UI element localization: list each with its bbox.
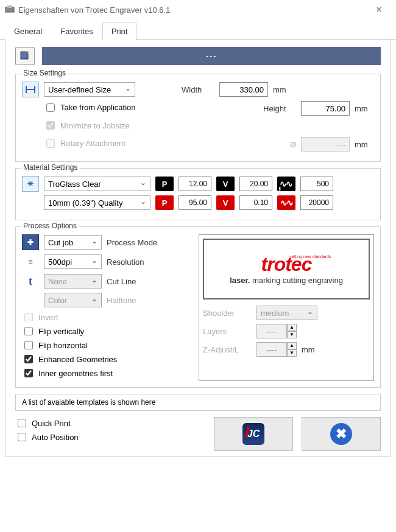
diameter-input — [301, 137, 350, 152]
svg-rect-0 — [5, 7, 14, 12]
zadjust-unit: mm — [302, 345, 321, 354]
size-mode-dropdown[interactable]: User-defined Size — [44, 82, 135, 97]
shoulder-label: Shoulder — [203, 309, 252, 318]
quick-print-checkbox[interactable]: Quick Print — [15, 417, 205, 429]
shoulder-dropdown: medium — [256, 306, 317, 320]
print-panel: --- Size Settings User-defined Size Widt… — [5, 40, 391, 457]
layers-down: ▼ — [287, 331, 297, 338]
width-unit: mm — [273, 85, 292, 94]
take-from-app-checkbox[interactable]: Take from Application — [44, 102, 136, 114]
diameter-symbol: Ø — [290, 140, 296, 149]
material-settings-group: Material Settings ✳ TroGlass Clear P 12.… — [15, 168, 381, 220]
material-dropdown[interactable]: TroGlass Clear — [44, 177, 150, 191]
hz2-value: 20000 — [300, 195, 333, 210]
inner-geometries-checkbox[interactable]: Inner geometries first — [22, 367, 193, 379]
flip-horizontal-checkbox[interactable]: Flip horizontal — [22, 339, 193, 351]
height-unit: mm — [355, 104, 374, 113]
power1-value: 12.00 — [179, 177, 211, 191]
diameter-unit: mm — [355, 140, 374, 149]
logo-tagline: laser. marking cutting engraving — [230, 276, 343, 285]
process-options-group: Process Options ✚ Cut job Process Mode ≡… — [15, 226, 381, 388]
app-icon — [5, 5, 15, 15]
tab-general[interactable]: General — [5, 23, 51, 40]
templates-note: A list of avaiable templates is shown he… — [15, 394, 381, 411]
halftone-dropdown: Color — [44, 293, 102, 307]
send-job-button[interactable]: JC — [214, 417, 293, 451]
logo-badge: setting new standards — [289, 254, 331, 259]
titlebar: Eigenschaften von Trotec Engraver v10.6.… — [0, 0, 396, 19]
material-preview: trotec setting new standards laser. mark… — [203, 239, 370, 299]
preview-panel: trotec setting new standards laser. mark… — [199, 234, 374, 381]
minimize-jobsize-checkbox: Minimize to Jobsize — [44, 119, 129, 131]
jobcontrol-icon: JC — [242, 423, 264, 445]
save-preset-button[interactable] — [15, 47, 35, 65]
size-icon — [22, 82, 39, 97]
width-label: Width — [182, 85, 214, 94]
size-settings-group: Size Settings User-defined Size Width mm… — [15, 74, 381, 162]
resolution-dropdown[interactable]: 500dpi — [44, 254, 102, 269]
preset-bar[interactable]: --- — [42, 47, 381, 65]
height-input[interactable] — [301, 101, 350, 116]
layers-spinner: ▲▼ — [256, 324, 297, 338]
auto-position-checkbox[interactable]: Auto Position — [15, 431, 205, 443]
cutline-dropdown: None — [44, 274, 102, 289]
tab-print[interactable]: Print — [102, 23, 137, 40]
process-options-title: Process Options — [21, 222, 79, 230]
zadjust-label: Z-Adjust/L — [203, 345, 252, 354]
window-title: Eigenschaften von Trotec Engraver v10.6.… — [18, 5, 367, 15]
process-mode-dropdown[interactable]: Cut job — [44, 235, 102, 250]
layers-label: Layers — [203, 327, 252, 336]
zadjust-spinner: ▲▼ — [256, 342, 297, 357]
power2-value: 95.00 — [179, 195, 211, 210]
hz-badge-red: ∿∿ — [277, 195, 295, 210]
velocity1-value: 20.00 — [239, 177, 272, 191]
cancel-button[interactable]: ✖ — [302, 417, 381, 451]
power-badge-red: P — [155, 195, 174, 210]
size-settings-title: Size Settings — [21, 69, 68, 77]
svg-rect-2 — [21, 52, 28, 59]
material-settings-title: Material Settings — [21, 163, 80, 172]
velocity2-value: 0.10 — [239, 195, 272, 210]
velocity-badge-red: V — [216, 195, 235, 210]
power-badge-black: P — [155, 177, 174, 191]
velocity-badge-black: V — [216, 177, 235, 191]
hz-badge-black: ฺฺฺ∿∿ — [277, 177, 295, 191]
cutline-label: Cut Line — [107, 277, 136, 286]
invert-checkbox: Invert — [22, 311, 193, 323]
height-label: Height — [263, 104, 296, 113]
close-button[interactable]: × — [367, 4, 391, 15]
tab-bar: General Favorites Print — [0, 19, 396, 40]
layers-up: ▲ — [287, 324, 297, 331]
cancel-icon: ✖ — [330, 423, 352, 445]
tab-favorites[interactable]: Favorites — [51, 23, 102, 40]
resolution-icon: ≡ — [22, 254, 39, 270]
hz1-value: 500 — [300, 177, 333, 191]
rotary-checkbox: Rotary Attachment — [44, 138, 126, 150]
process-mode-label: Process Mode — [107, 238, 157, 247]
enhanced-geometries-checkbox[interactable]: Enhanced Geometries — [22, 353, 193, 365]
zadj-down: ▼ — [287, 349, 297, 357]
svg-rect-1 — [7, 5, 12, 8]
cutline-icon: t — [22, 273, 39, 289]
process-mode-icon: ✚ — [22, 234, 39, 250]
width-input[interactable] — [219, 82, 268, 97]
halftone-label: Halftone — [107, 296, 136, 305]
material-icon: ✳ — [22, 176, 39, 192]
quality-dropdown[interactable]: 10mm (0.39") Quality — [44, 195, 150, 210]
resolution-label: Resolution — [107, 257, 144, 267]
zadj-up: ▲ — [287, 342, 297, 349]
flip-vertical-checkbox[interactable]: Flip vertically — [22, 325, 193, 337]
